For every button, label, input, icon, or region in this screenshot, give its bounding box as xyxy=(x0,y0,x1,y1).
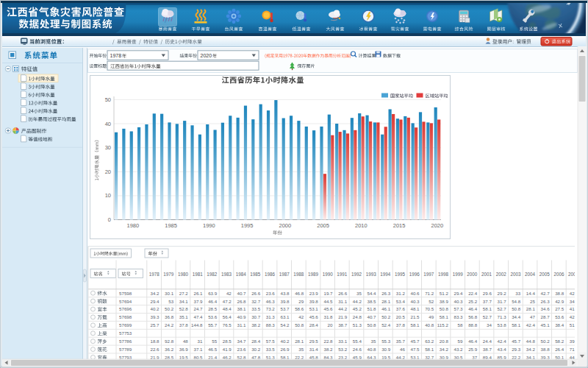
svg-text:63.9: 63.9 xyxy=(208,291,218,296)
svg-text:38.8: 38.8 xyxy=(555,291,564,296)
svg-text:40.9: 40.9 xyxy=(237,314,246,319)
svg-text:35.7: 35.7 xyxy=(396,339,406,344)
svg-text:1997: 1997 xyxy=(423,272,434,277)
svg-text:115.2: 115.2 xyxy=(437,322,449,328)
svg-text:39.8: 39.8 xyxy=(309,299,319,304)
svg-text:1984: 1984 xyxy=(236,272,247,277)
svg-text:53.1: 53.1 xyxy=(309,306,319,311)
svg-text:56.8: 56.8 xyxy=(468,314,478,319)
svg-text:22.4: 22.4 xyxy=(468,291,478,296)
svg-text:25.7: 25.7 xyxy=(150,322,159,328)
svg-text:29.4: 29.4 xyxy=(453,291,463,296)
svg-text:45.6: 45.6 xyxy=(309,314,319,319)
svg-text:26.8: 26.8 xyxy=(237,299,246,304)
svg-text:26.9: 26.9 xyxy=(280,347,290,352)
svg-text:53: 53 xyxy=(168,299,173,304)
svg-text:58.6: 58.6 xyxy=(295,306,304,311)
svg-text:28.1: 28.1 xyxy=(295,339,304,344)
svg-text:2003: 2003 xyxy=(510,272,521,277)
svg-text:18.8: 18.8 xyxy=(150,339,159,344)
svg-text:40.3: 40.3 xyxy=(410,299,420,304)
svg-text:63.2: 63.2 xyxy=(425,339,434,344)
svg-text:30.9: 30.9 xyxy=(381,347,391,352)
svg-text:47.4: 47.4 xyxy=(193,314,203,319)
svg-text:36.9: 36.9 xyxy=(179,347,189,352)
svg-text:34.7: 34.7 xyxy=(237,339,246,344)
svg-text:58: 58 xyxy=(458,322,463,328)
svg-text:46: 46 xyxy=(400,347,405,352)
svg-text:0: 0 xyxy=(108,216,111,223)
svg-text:29.6: 29.6 xyxy=(483,291,492,296)
svg-text:28.7: 28.7 xyxy=(541,314,551,319)
svg-text:27.2: 27.2 xyxy=(179,291,189,296)
svg-text:29.5: 29.5 xyxy=(309,339,319,344)
svg-text:1994: 1994 xyxy=(380,272,391,277)
svg-text:1993: 1993 xyxy=(366,272,377,277)
svg-text:83.3: 83.3 xyxy=(453,314,463,319)
svg-text:34.1: 34.1 xyxy=(179,299,189,304)
svg-text:46.4: 46.4 xyxy=(468,306,478,311)
svg-text:76.5: 76.5 xyxy=(223,322,232,328)
svg-text:34.6: 34.6 xyxy=(541,306,551,311)
svg-text:1982: 1982 xyxy=(207,272,218,277)
svg-text:71.3: 71.3 xyxy=(498,314,507,319)
svg-text:33.1: 33.1 xyxy=(338,339,348,344)
svg-text:25.2: 25.2 xyxy=(468,299,478,304)
svg-text:2015: 2015 xyxy=(393,222,406,229)
svg-text:2001: 2001 xyxy=(481,272,492,277)
svg-text:23.6: 23.6 xyxy=(266,291,276,296)
svg-text:1992: 1992 xyxy=(351,272,362,277)
svg-text:44.2: 44.2 xyxy=(353,299,362,304)
svg-text:34: 34 xyxy=(487,322,492,328)
svg-text:55.4: 55.4 xyxy=(353,339,362,344)
svg-text:40.2: 40.2 xyxy=(150,306,159,311)
svg-text:36.2: 36.2 xyxy=(165,347,174,352)
svg-text:33.5: 33.5 xyxy=(266,347,276,352)
svg-text:31.1: 31.1 xyxy=(237,322,246,328)
svg-text:31: 31 xyxy=(198,339,203,344)
svg-text:20.5: 20.5 xyxy=(396,314,406,319)
svg-text:50.8: 50.8 xyxy=(440,306,449,311)
svg-text:49: 49 xyxy=(429,314,434,319)
svg-text:44.8: 44.8 xyxy=(526,339,536,344)
svg-text:54.2: 54.2 xyxy=(280,322,290,328)
svg-text:43.4: 43.4 xyxy=(498,347,507,352)
svg-text:34.2: 34.2 xyxy=(526,347,536,352)
svg-text:28.5: 28.5 xyxy=(223,339,232,344)
svg-text:26.4: 26.4 xyxy=(555,347,564,352)
svg-text:2005: 2005 xyxy=(317,222,329,229)
svg-text:58.1: 58.1 xyxy=(512,322,521,328)
svg-text:56.4: 56.4 xyxy=(223,314,232,319)
svg-text:40.7: 40.7 xyxy=(237,291,246,296)
svg-text:10: 10 xyxy=(105,192,111,199)
svg-text:2000: 2000 xyxy=(279,222,292,229)
svg-text:42.4: 42.4 xyxy=(498,339,507,344)
svg-text:2020: 2020 xyxy=(201,53,212,58)
svg-text:43.8: 43.8 xyxy=(280,291,290,296)
svg-text:38.9: 38.9 xyxy=(440,299,449,304)
svg-text:88.8: 88.8 xyxy=(468,322,478,328)
svg-text:2002: 2002 xyxy=(496,272,507,277)
svg-text:40.8: 40.8 xyxy=(367,347,376,352)
svg-text:28.4: 28.4 xyxy=(251,339,261,344)
svg-text:92.8: 92.8 xyxy=(165,339,174,344)
svg-text:20.8: 20.8 xyxy=(440,339,449,344)
svg-text:55: 55 xyxy=(212,339,217,344)
svg-text:1989: 1989 xyxy=(308,272,319,277)
svg-text:58.2: 58.2 xyxy=(555,339,564,344)
svg-text:57753: 57753 xyxy=(119,330,132,336)
svg-text:50.8: 50.8 xyxy=(367,322,376,328)
svg-text:50: 50 xyxy=(105,96,111,103)
svg-text:51.2: 51.2 xyxy=(440,291,449,296)
svg-text:48.4: 48.4 xyxy=(223,306,232,311)
svg-text:1981: 1981 xyxy=(193,272,204,277)
svg-text:44.5: 44.5 xyxy=(323,299,333,304)
svg-text:1987: 1987 xyxy=(279,272,290,277)
svg-text:39.3: 39.3 xyxy=(150,314,159,319)
svg-text:46.5: 46.5 xyxy=(208,347,218,352)
svg-text:45.7: 45.7 xyxy=(512,339,521,344)
svg-text:45.7: 45.7 xyxy=(410,339,420,344)
svg-text:54.4: 54.4 xyxy=(367,291,376,296)
svg-text:31.2: 31.2 xyxy=(396,291,406,296)
svg-text:50.2: 50.2 xyxy=(381,314,391,319)
